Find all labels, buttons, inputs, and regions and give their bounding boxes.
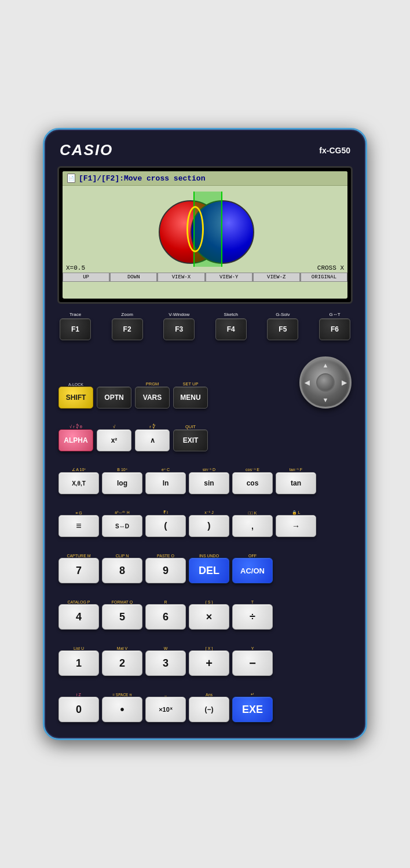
key-7[interactable]: 7 <box>58 558 99 583</box>
screen-header: 📄 [F1]/[F2]:Move cross section <box>63 171 347 186</box>
nav-right-arrow: ▶ <box>342 379 346 387</box>
frac-cell: ≡ G ≡ <box>58 508 99 537</box>
comma-cell: □□ K , <box>232 508 273 537</box>
cos-button[interactable]: cos <box>232 472 273 494</box>
9-cell: PASTE O 9 <box>145 551 186 583</box>
screen-content: X=0.5 CROSS X <box>63 186 347 273</box>
f4-button[interactable]: F4 <box>215 318 247 340</box>
e10-button[interactable]: ×10ˣ <box>145 697 186 722</box>
menu-btn-viewx[interactable]: VIEW-X <box>158 273 204 282</box>
menu-btn-up[interactable]: UP <box>63 273 109 282</box>
doc-icon: 📄 <box>67 174 75 183</box>
minus-cell: Y − <box>232 643 273 676</box>
key-2[interactable]: 2 <box>102 650 142 676</box>
log-button[interactable]: log <box>102 472 142 494</box>
sin-button[interactable]: sin <box>189 472 229 494</box>
div-button[interactable]: ÷ <box>232 604 273 630</box>
key-5[interactable]: 5 <box>102 604 142 630</box>
x2-button[interactable]: x² <box>97 429 131 451</box>
row-trig: ∠ A 10ˣ X,θ,T B 10ˣ log eˣ C ln sin⁻¹ D … <box>58 465 352 494</box>
plus-above: [ X ] <box>206 643 213 650</box>
1-above: List U <box>74 643 84 650</box>
key-1[interactable]: 1 <box>58 650 99 676</box>
5-above: FORMAT Q <box>112 597 133 604</box>
acon-button[interactable]: AC/ON <box>232 558 273 583</box>
f3-group: V-Window F3 <box>163 312 195 340</box>
minus-button[interactable]: − <box>232 650 273 676</box>
row-0: i Z 0 = SPACE π • ,, ×10ˣ Ans (−) ↵ EXE <box>58 690 352 722</box>
nav-wheel[interactable]: ▲ ▼ ◀ ▶ <box>299 356 352 409</box>
times-button[interactable]: × <box>189 604 229 630</box>
setup-label: SET UP <box>183 380 199 387</box>
key-3[interactable]: 3 <box>145 650 186 676</box>
8-above: CLIP N <box>116 551 129 558</box>
dot-above: = SPACE π <box>112 690 131 697</box>
rparen-button[interactable]: ) <box>189 515 229 537</box>
key-6[interactable]: 6 <box>145 604 186 630</box>
sd-button[interactable]: S↔D <box>102 515 142 537</box>
f2-group: Zoom F2 <box>112 312 143 340</box>
prgm-label: PRGM <box>146 380 159 387</box>
f1-button[interactable]: F1 <box>60 318 91 340</box>
menu-btn-viewy[interactable]: VIEW-Y <box>206 273 252 282</box>
f6-button[interactable]: F6 <box>319 318 350 340</box>
alpha-button[interactable]: ALPHA <box>58 429 93 451</box>
f3-button[interactable]: F3 <box>163 318 195 340</box>
nav-up-arrow: ▲ <box>323 362 329 369</box>
cos-above: cos⁻¹ E <box>246 465 259 472</box>
x-label: X=0.5 <box>66 264 85 271</box>
nav-down-arrow: ▼ <box>323 396 329 403</box>
times-cell: { S } × <box>189 597 229 630</box>
f2-button[interactable]: F2 <box>112 318 143 340</box>
key-0[interactable]: 0 <box>58 697 99 722</box>
row-alpha: √ r ∜ θ ALPHA √ x² r ∜ ∧ QUIT EXIT <box>58 422 352 451</box>
del-button[interactable]: DEL <box>189 558 229 583</box>
6-above: R <box>164 597 167 604</box>
menu-btn-original[interactable]: ORIGINAL <box>301 273 347 282</box>
xtheta-button[interactable]: X,θ,T <box>58 472 99 494</box>
4-cell: CATALOG P 4 <box>58 597 99 630</box>
del-cell: INS UNDO DEL <box>189 551 229 583</box>
key-8[interactable]: 8 <box>102 558 142 583</box>
shift-button[interactable]: SHIFT <box>58 387 93 409</box>
f5-button[interactable]: F5 <box>267 318 298 340</box>
comma-above: □□ K <box>248 508 257 515</box>
sin-cell: sin⁻¹ D sin <box>189 465 229 494</box>
vars-button[interactable]: VARS <box>135 387 170 409</box>
menu-btn-down[interactable]: DOWN <box>110 273 157 282</box>
caret-above: r ∜ <box>149 422 155 429</box>
key-4[interactable]: 4 <box>58 604 99 630</box>
xtheta-cell: ∠ A 10ˣ X,θ,T <box>58 465 99 494</box>
plus-button[interactable]: + <box>189 650 229 676</box>
exe-cell: ↵ EXE <box>232 690 273 722</box>
acon-above: OFF <box>248 551 257 558</box>
ln-button[interactable]: ln <box>145 472 186 494</box>
menu-button[interactable]: MENU <box>173 387 208 409</box>
nav-center[interactable] <box>316 373 335 392</box>
tan-cell: tan⁻¹ F tan <box>276 465 316 494</box>
del-above: INS UNDO <box>199 551 219 558</box>
key-9[interactable]: 9 <box>145 558 186 583</box>
tan-button[interactable]: tan <box>276 472 316 494</box>
exit-button[interactable]: EXIT <box>173 429 208 451</box>
7-above: CAPTURE M <box>67 551 90 558</box>
row-123: List U 1 Mat V 2 W 3 [ X ] + Y − <box>58 643 352 676</box>
comma-button[interactable]: , <box>232 515 273 537</box>
5-cell: FORMAT Q 5 <box>102 597 142 630</box>
arrow-button[interactable]: → <box>276 515 316 537</box>
dot-button[interactable]: • <box>102 697 142 722</box>
3-cell: W 3 <box>145 643 186 676</box>
lparen-cell: ∛ I ( <box>145 508 186 537</box>
menu-btn-viewz[interactable]: VIEW-Z <box>253 273 300 282</box>
exe-button[interactable]: EXE <box>232 697 273 722</box>
caret-button[interactable]: ∧ <box>135 429 170 451</box>
screen-outer: 📄 [F1]/[F2]:Move cross section X=0.5 CRO… <box>57 166 353 304</box>
optn-button[interactable]: OPTN <box>97 387 131 409</box>
f-key-row: Trace F1 Zoom F2 V-Window F3 Sketch F4 G… <box>57 312 353 340</box>
lparen-button[interactable]: ( <box>145 515 186 537</box>
rparen-above: x⁻¹ J <box>204 508 213 515</box>
tan-above: tan⁻¹ F <box>290 465 302 472</box>
cross-label: CROSS X <box>317 264 344 271</box>
neg-button[interactable]: (−) <box>189 697 229 722</box>
frac-button[interactable]: ≡ <box>58 515 99 537</box>
